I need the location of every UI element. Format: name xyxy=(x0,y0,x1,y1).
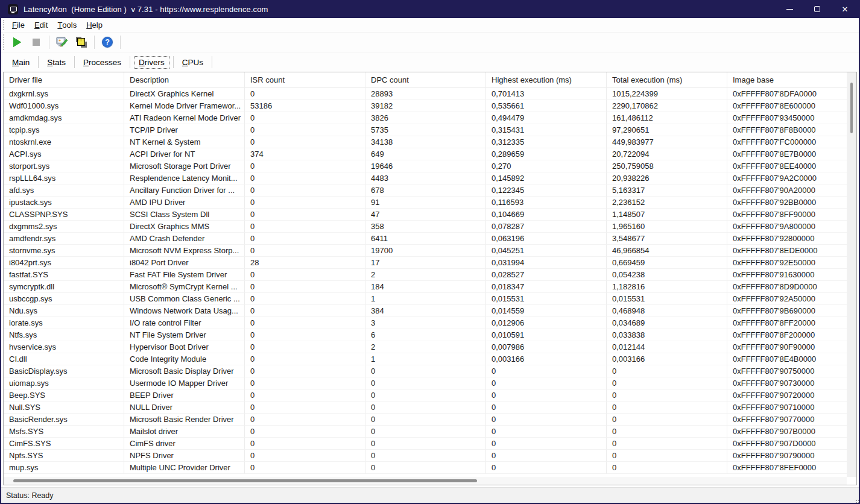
copy-report-button[interactable] xyxy=(72,34,90,51)
cell-total-execution: 0 xyxy=(607,402,727,414)
cell-total-execution: 46,966854 xyxy=(607,245,727,257)
table-row[interactable]: hvservice.sysHypervisor Boot Driver020,0… xyxy=(4,341,847,353)
cell-description: Usermode IO Mapper Driver xyxy=(124,377,245,389)
table-row[interactable]: fastfat.SYSFast FAT File System Driver02… xyxy=(4,269,847,281)
table-row[interactable]: CimFS.SYSCimFS driver00000xFFFFF807'907D… xyxy=(4,438,847,450)
cell-highest-execution: 0,003166 xyxy=(486,353,607,365)
table-row[interactable]: CI.dllCode Integrity Module010,0031660,0… xyxy=(4,353,847,365)
column-header-highest-execution[interactable]: Highest execution (ms) xyxy=(486,72,607,88)
tab-processes[interactable]: Processes xyxy=(78,56,126,69)
table-row[interactable]: Ntfs.sysNT File System Driver060,0105910… xyxy=(4,329,847,341)
menu-help[interactable]: Help xyxy=(81,18,107,32)
tab-cpus[interactable]: CPUs xyxy=(177,56,208,69)
cell-description: Fast FAT File System Driver xyxy=(124,269,245,281)
table-row[interactable]: usbccgp.sysUSB Common Class Generic ...0… xyxy=(4,293,847,305)
tab-separator xyxy=(74,56,75,68)
table-row[interactable]: tcpip.sysTCP/IP Driver057350,31543197,29… xyxy=(4,124,847,136)
column-header-dpc-count[interactable]: DPC count xyxy=(365,72,486,88)
resize-grip-icon[interactable] xyxy=(856,500,857,501)
cell-highest-execution: 0 xyxy=(486,462,607,474)
table-row[interactable]: amdkmdag.sysATI Radeon Kernel Mode Drive… xyxy=(4,112,847,124)
cell-dpc-count: 19646 xyxy=(365,160,486,172)
cell-driver-file: BasicRender.sys xyxy=(4,414,124,426)
vertical-scrollbar[interactable] xyxy=(847,72,856,477)
cell-dpc-count: 39182 xyxy=(365,100,486,112)
cell-dpc-count: 1 xyxy=(365,353,486,365)
table-row[interactable]: iorate.sysI/O rate control Filter030,012… xyxy=(4,317,847,329)
table-row[interactable]: uiomap.sysUsermode IO Mapper Driver00000… xyxy=(4,377,847,389)
menu-tools[interactable]: Tools xyxy=(52,18,81,32)
horizontal-scrollbar-thumb[interactable] xyxy=(13,479,477,482)
horizontal-scrollbar[interactable] xyxy=(4,477,847,485)
cell-total-execution: 0 xyxy=(607,426,727,438)
table-row[interactable]: dxgkrnl.sysDirectX Graphics Kernel028893… xyxy=(4,88,847,100)
table-row[interactable]: Beep.SYSBEEP Driver00000xFFFFF807'907200… xyxy=(4,389,847,402)
table-row[interactable]: afd.sysAncillary Function Driver for ...… xyxy=(4,184,847,197)
cell-total-execution: 161,486112 xyxy=(607,112,727,124)
vertical-scrollbar-thumb[interactable] xyxy=(850,83,853,133)
tab-stats[interactable]: Stats xyxy=(42,56,71,69)
table-row[interactable]: i8042prt.sysi8042 Port Driver28170,03199… xyxy=(4,257,847,269)
table-row[interactable]: BasicRender.sysMicrosoft Basic Render Dr… xyxy=(4,414,847,426)
table-row[interactable]: mup.sysMultiple UNC Provider Driver00000… xyxy=(4,462,847,474)
cell-total-execution: 0,669459 xyxy=(607,257,727,269)
table-row[interactable]: storport.sysMicrosoft Storage Port Drive… xyxy=(4,160,847,172)
cell-highest-execution: 0,012906 xyxy=(486,317,607,329)
cell-driver-file: amdfendr.sys xyxy=(4,233,124,245)
toolbar-grip[interactable] xyxy=(3,34,6,50)
report-button[interactable] xyxy=(53,34,71,51)
column-header-image-base[interactable]: Image base xyxy=(727,72,847,88)
table-row[interactable]: ACPI.sysACPI Driver for NT3746490,289659… xyxy=(4,148,847,160)
cell-driver-file: amdkmdag.sys xyxy=(4,112,124,124)
table-row[interactable]: symcryptk.dllMicrosoft® SymCrypt Kernel … xyxy=(4,281,847,293)
cell-total-execution: 0 xyxy=(607,438,727,450)
cell-dpc-count: 184 xyxy=(365,281,486,293)
table-row[interactable]: ipustack.sysAMD IPU Driver0910,1165932,2… xyxy=(4,197,847,209)
table-row[interactable]: Npfs.SYSNPFS Driver00000xFFFFF807'907900… xyxy=(4,450,847,462)
cell-highest-execution: 0 xyxy=(486,450,607,462)
cell-dpc-count: 358 xyxy=(365,221,486,233)
table-row[interactable]: CLASSPNP.SYSSCSI Class System Dll0470,10… xyxy=(4,209,847,221)
cell-total-execution: 0 xyxy=(607,462,727,474)
table-row[interactable]: BasicDisplay.sysMicrosoft Basic Display … xyxy=(4,365,847,377)
cell-description: Resplendence Latency Monit... xyxy=(124,172,245,184)
start-monitor-button[interactable] xyxy=(8,34,26,51)
cell-description: NT Kernel & System xyxy=(124,136,245,148)
table-row[interactable]: amdfendr.sysAMD Crash Defender064110,063… xyxy=(4,233,847,245)
tab-drivers[interactable]: Drivers xyxy=(134,56,169,69)
menubar-grip[interactable] xyxy=(3,20,6,30)
close-button[interactable]: ✕ xyxy=(831,0,859,18)
table-row[interactable]: Msfs.SYSMailslot driver00000xFFFFF807'90… xyxy=(4,426,847,438)
table-row[interactable]: rspLLL64.sysResplendence Latency Monit..… xyxy=(4,172,847,184)
app-icon[interactable] xyxy=(8,4,18,14)
cell-highest-execution: 0,312335 xyxy=(486,136,607,148)
table-row[interactable]: ntoskrnl.exeNT Kernel & System0341380,31… xyxy=(4,136,847,148)
column-header-description[interactable]: Description xyxy=(124,72,245,88)
column-header-driver-file[interactable]: Driver file xyxy=(4,72,124,88)
cell-description: Ancillary Function Driver for ... xyxy=(124,184,245,197)
cell-highest-execution: 0 xyxy=(486,438,607,450)
cell-driver-file: dxgmms2.sys xyxy=(4,221,124,233)
cell-isr-count: 0 xyxy=(245,450,365,462)
drivers-table-inner: Driver fileDescriptionISR countDPC count… xyxy=(4,72,847,477)
table-row[interactable]: Null.SYSNULL Driver00000xFFFFF807'907100… xyxy=(4,402,847,414)
stop-monitor-button[interactable] xyxy=(27,34,45,51)
table-row[interactable]: Wdf01000.sysKernel Mode Driver Framewor.… xyxy=(4,100,847,112)
table-row[interactable]: stornvme.sysMicrosoft NVM Express Storp.… xyxy=(4,245,847,257)
menu-edit[interactable]: Edit xyxy=(30,18,52,32)
cell-total-execution: 0,015531 xyxy=(607,293,727,305)
maximize-button[interactable] xyxy=(803,0,831,18)
tab-main[interactable]: Main xyxy=(7,56,34,69)
help-button[interactable]: ? xyxy=(98,34,116,51)
column-header-total-execution[interactable]: Total execution (ms) xyxy=(607,72,727,88)
toolbar-separator xyxy=(49,36,49,49)
cell-dpc-count: 3826 xyxy=(365,112,486,124)
svg-text:?: ? xyxy=(105,38,110,46)
table-row[interactable]: Ndu.sysWindows Network Data Usag...03840… xyxy=(4,305,847,317)
menu-file[interactable]: File xyxy=(7,18,30,32)
cell-image-base: 0xFFFFF807'93450000 xyxy=(727,112,847,124)
table-row[interactable]: dxgmms2.sysDirectX Graphics MMS03580,078… xyxy=(4,221,847,233)
column-header-isr-count[interactable]: ISR count xyxy=(245,72,365,88)
minimize-button[interactable] xyxy=(776,0,803,18)
cell-image-base: 0xFFFFF807'8FF20000 xyxy=(727,317,847,329)
